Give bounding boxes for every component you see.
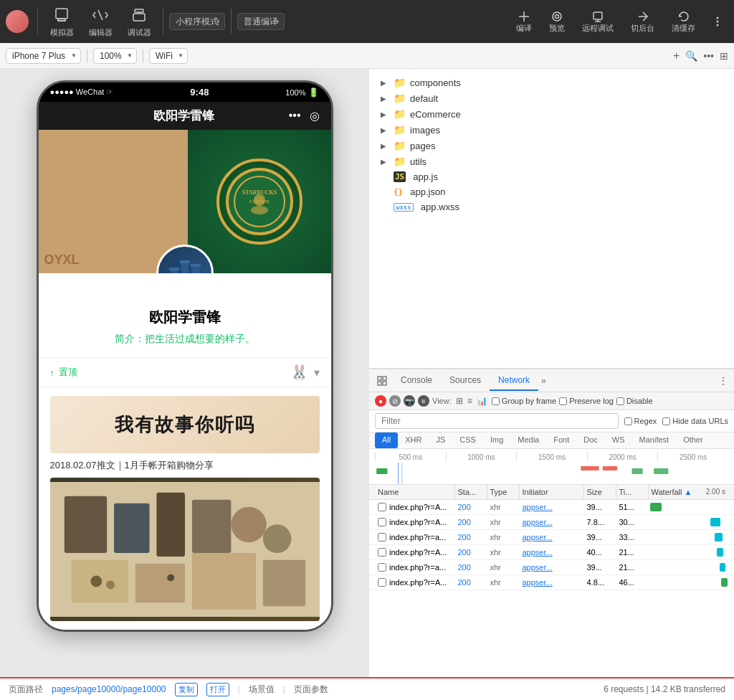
row1-checkbox[interactable]	[378, 503, 386, 511]
filter-input[interactable]	[375, 413, 619, 429]
row3-initiator[interactable]: appser...	[520, 531, 584, 544]
row3-checkbox[interactable]	[378, 533, 386, 541]
network-select[interactable]: WiFi	[149, 48, 188, 64]
hide-urls-checkbox[interactable]	[662, 417, 670, 425]
wechat-circle-icon[interactable]: ◎	[310, 109, 320, 123]
zoom-select[interactable]: 100%	[93, 48, 137, 64]
layout-button[interactable]: ⊞	[720, 50, 728, 62]
preserve-log-checkbox[interactable]	[559, 397, 567, 405]
tree-item-utils[interactable]: ▶ 📁 utils	[369, 153, 734, 169]
table-row[interactable]: index.php?r=A... 200 xhr appser... 7.8..…	[369, 515, 734, 530]
avatar[interactable]	[6, 10, 29, 33]
open-button[interactable]: 打开	[206, 683, 229, 696]
type-tab-js[interactable]: JS	[429, 432, 452, 448]
row5-checkbox[interactable]	[378, 563, 386, 572]
type-tab-doc[interactable]: Doc	[576, 432, 605, 448]
wechat-more-icon[interactable]: •••	[289, 109, 301, 123]
copy-button[interactable]: 复制	[175, 683, 198, 696]
disable-label[interactable]: Disable	[616, 397, 653, 405]
table-row[interactable]: index.php?r=a... 200 xhr appser... 39...…	[369, 530, 734, 545]
status-time: 9:48	[190, 87, 209, 98]
tree-item-ecommerce[interactable]: ▶ 📁 eCommerce	[369, 106, 734, 122]
group-frame-checkbox[interactable]	[492, 397, 500, 405]
svg-rect-45	[378, 382, 381, 385]
device-select[interactable]: iPhone 7 Plus	[6, 48, 81, 64]
tree-item-default[interactable]: ▶ 📁 default	[369, 90, 734, 106]
compile-select[interactable]: 普通编译	[237, 13, 285, 30]
expand-icon[interactable]: ▾	[314, 366, 320, 379]
regex-checkbox[interactable]	[624, 417, 632, 425]
tree-item-images[interactable]: ▶ 📁 images	[369, 122, 734, 138]
device-select-wrapper[interactable]: iPhone 7 Plus	[6, 48, 81, 64]
view-list-icon[interactable]: ≡	[466, 395, 474, 407]
mode-select-wrapper[interactable]: 小程序模式	[169, 13, 225, 30]
preserve-log-label[interactable]: Preserve log	[559, 397, 614, 405]
compile-button[interactable]: 编译	[510, 7, 538, 37]
type-tab-xhr[interactable]: XHR	[398, 432, 429, 448]
table-row[interactable]: index.php?r=a... 200 xhr appser... 39...…	[369, 560, 734, 575]
tab-network[interactable]: Network	[490, 371, 538, 391]
row6-checkbox[interactable]	[378, 578, 386, 587]
row2-checkbox[interactable]	[378, 518, 386, 526]
type-tab-all[interactable]: All	[375, 432, 398, 448]
clear-button[interactable]: ⊘	[389, 395, 401, 407]
simulate-button[interactable]: 模拟器	[44, 2, 80, 41]
view-grid-icon[interactable]: ⊞	[454, 395, 464, 407]
row6-initiator[interactable]: appser...	[520, 576, 584, 589]
tree-item-components[interactable]: ▶ 📁 components	[369, 75, 734, 90]
type-tab-img[interactable]: Img	[483, 432, 510, 448]
svg-rect-52	[631, 468, 642, 474]
tree-item-appwxss[interactable]: wxss app.wxss	[369, 199, 734, 214]
type-tab-other[interactable]: Other	[676, 432, 710, 448]
row5-initiator[interactable]: appser...	[520, 561, 584, 574]
group-frame-label[interactable]: Group by frame	[492, 397, 556, 405]
type-tab-manifest[interactable]: Manifest	[632, 432, 677, 448]
screenshot-button[interactable]: 📷	[404, 395, 415, 407]
record-button[interactable]: ●	[375, 395, 386, 407]
debugger-button[interactable]: 调试器	[121, 2, 157, 41]
table-row[interactable]: index.php?r=A... 200 xhr appser... 39...…	[369, 500, 734, 515]
preview-button[interactable]: 预览	[543, 7, 571, 37]
mode-select[interactable]: 小程序模式	[169, 13, 225, 30]
tree-item-pages[interactable]: ▶ 📁 pages	[369, 138, 734, 153]
type-tab-ws[interactable]: WS	[605, 432, 632, 448]
type-tab-font[interactable]: Font	[546, 432, 576, 448]
clear-cache-button[interactable]: 清缓存	[666, 7, 701, 37]
row4-initiator[interactable]: appser...	[520, 546, 584, 559]
view-chart-icon[interactable]: 📊	[475, 395, 489, 407]
disable-checkbox[interactable]	[616, 397, 624, 405]
svg-rect-44	[383, 377, 386, 380]
tab-more[interactable]: »	[541, 376, 546, 386]
editor-button[interactable]: 编辑器	[82, 2, 118, 41]
backend-button[interactable]: 切后台	[625, 7, 660, 37]
type-tab-media[interactable]: Media	[510, 432, 546, 448]
compile-select-wrapper[interactable]: 普通编译	[237, 13, 285, 30]
separator-2	[163, 9, 163, 34]
tab-sources[interactable]: Sources	[441, 371, 490, 391]
tree-item-appjson[interactable]: {} app.json	[369, 184, 734, 199]
row5-time: 21...	[616, 561, 649, 574]
type-tab-css[interactable]: CSS	[452, 432, 483, 448]
tree-item-appjs[interactable]: JS app.js	[369, 169, 734, 184]
row1-initiator[interactable]: appser...	[520, 501, 584, 514]
remote-debug-button[interactable]: 远程调试	[576, 7, 619, 37]
devtools-menu[interactable]: ⋮	[718, 375, 728, 387]
search-button[interactable]: 🔍	[685, 50, 697, 62]
row2-initiator[interactable]: appser...	[520, 516, 584, 529]
dots-button[interactable]: •••	[703, 50, 714, 62]
post-date-title: 2018.02.07推文｜1月手帐开箱购物分享	[50, 459, 320, 472]
hide-urls-label[interactable]: Hide data URLs	[662, 417, 728, 425]
tree-label-appjson: app.json	[410, 186, 445, 197]
add-button[interactable]: +	[673, 49, 680, 62]
table-row[interactable]: index.php?r=A... 200 xhr appser... 4.8..…	[369, 575, 734, 590]
regex-label[interactable]: Regex	[624, 417, 657, 425]
svg-rect-43	[378, 377, 381, 380]
tab-console[interactable]: Console	[392, 371, 441, 391]
network-select-wrapper[interactable]: WiFi	[149, 48, 188, 64]
filter-button[interactable]: ≡	[418, 395, 429, 407]
more-button[interactable]	[707, 12, 728, 31]
table-row[interactable]: index.php?r=A... 200 xhr appser... 40...…	[369, 545, 734, 560]
zoom-select-wrapper[interactable]: 100%	[93, 48, 137, 64]
row4-checkbox[interactable]	[378, 548, 386, 557]
inspector-icon[interactable]	[375, 374, 389, 388]
